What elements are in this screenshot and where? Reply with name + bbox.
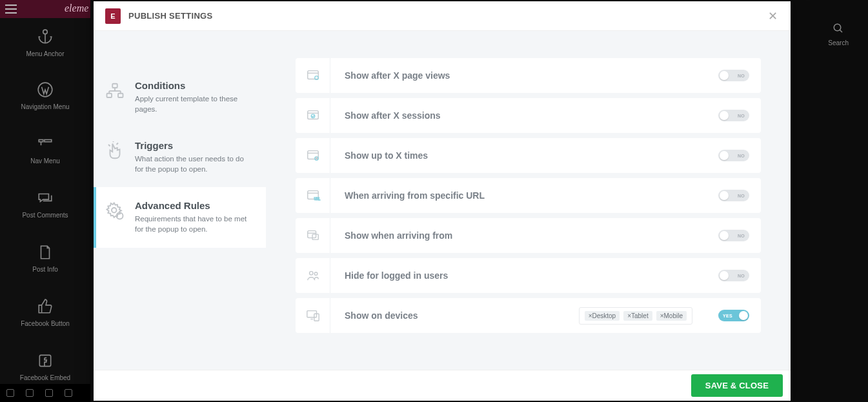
url-icon: URL	[296, 178, 330, 213]
tab-title: Advanced Rules	[135, 200, 254, 211]
preview-search[interactable]: Search	[828, 23, 849, 46]
rule-devices: Show on devices ×Desktop ×Tablet ×Mobile…	[296, 298, 761, 333]
device-tags[interactable]: ×Desktop ×Tablet ×Mobile	[579, 307, 692, 325]
svg-point-19	[112, 208, 117, 213]
svg-rect-9	[112, 84, 117, 88]
rule-label: Show after X sessions	[330, 110, 718, 121]
tab-desc: What action the user needs to do for the…	[135, 154, 254, 174]
navigator-icon[interactable]	[26, 389, 34, 397]
svg-point-30	[316, 157, 317, 159]
tab-desc: Requirements that have to be met for the…	[135, 214, 254, 234]
svg-rect-6	[39, 355, 50, 366]
svg-point-38	[314, 272, 318, 276]
modal-sidebar: Conditions Apply current template to the…	[94, 31, 266, 370]
modal-header: E PUBLISH SETTINGS ✕	[94, 1, 791, 31]
elementor-logo-icon: E	[105, 8, 121, 24]
svg-line-8	[840, 30, 842, 32]
svg-point-0	[43, 30, 48, 34]
rule-sessions: Show after X sessions NO	[296, 98, 761, 133]
rule-label: Hide for logged in users	[330, 270, 718, 281]
rule-logged-in: Hide for logged in users NO	[296, 258, 761, 293]
triggers-icon	[104, 140, 126, 162]
tab-title: Conditions	[135, 80, 254, 91]
widget-menu-anchor[interactable]: Menu Anchor	[5, 21, 86, 65]
file-icon	[37, 244, 54, 261]
svg-line-17	[117, 143, 119, 145]
save-close-button[interactable]: SAVE & CLOSE	[691, 374, 783, 397]
toggle-sessions[interactable]: NO	[718, 110, 749, 121]
rule-label: Show on devices	[330, 310, 579, 321]
widget-label: Post Comments	[22, 212, 68, 219]
svg-rect-3	[39, 140, 43, 142]
sessions-icon	[296, 98, 330, 133]
comments-icon	[37, 190, 54, 206]
svg-rect-27	[307, 151, 318, 159]
widget-post-info[interactable]: Post Info	[5, 236, 86, 281]
publish-settings-modal: E PUBLISH SETTINGS ✕ Conditions Apply cu…	[94, 1, 791, 401]
hamburger-icon[interactable]	[5, 5, 17, 14]
svg-line-16	[108, 145, 110, 146]
rule-arriving-from: Show when arriving from NO	[296, 218, 761, 253]
toggle-arriving-from[interactable]: NO	[718, 230, 749, 241]
tag-tablet[interactable]: ×Tablet	[623, 311, 652, 321]
devices-icon	[296, 298, 330, 333]
svg-rect-36	[312, 234, 318, 239]
anchor-icon	[37, 28, 54, 45]
responsive-icon[interactable]	[65, 389, 72, 397]
rule-page-views: Show after X page views NO	[296, 58, 761, 93]
widget-facebook-embed[interactable]: Facebook Embed	[5, 345, 86, 389]
widget-label: Facebook Button	[21, 320, 70, 327]
history-icon[interactable]	[45, 389, 53, 397]
widget-label: Navigation Menu	[21, 103, 69, 110]
search-icon	[833, 23, 844, 34]
editor-widget-panel: eleme Menu Anchor Navigation Menu Nav Me…	[0, 0, 90, 402]
toggle-times[interactable]: NO	[718, 150, 749, 161]
rule-label: Show after X page views	[330, 70, 718, 81]
tab-title: Triggers	[135, 140, 254, 151]
tab-desc: Apply current template to these pages.	[135, 94, 254, 114]
widget-nav-menu[interactable]: Nav Menu	[5, 128, 86, 172]
editor-bottom-bar	[0, 384, 90, 402]
widget-post-comments[interactable]: Post Comments	[5, 182, 86, 226]
svg-rect-10	[107, 94, 112, 97]
toggle-page-views[interactable]: NO	[718, 70, 749, 81]
widget-facebook-button[interactable]: Facebook Button	[5, 290, 86, 335]
widget-label: Nav Menu	[30, 157, 60, 165]
facebook-icon	[37, 352, 54, 369]
rules-list: Show after X page views NO Show after X …	[266, 31, 791, 370]
svg-point-37	[309, 272, 313, 276]
wordpress-icon	[37, 81, 54, 98]
widget-label: Post Info	[32, 266, 57, 273]
settings-icon[interactable]	[6, 389, 14, 397]
widget-navigation-menu[interactable]: Navigation Menu	[5, 74, 86, 118]
svg-point-7	[834, 24, 841, 31]
page-views-icon	[296, 58, 330, 93]
search-label: Search	[828, 39, 849, 46]
svg-text:URL: URL	[314, 197, 320, 201]
svg-rect-4	[45, 140, 52, 142]
toggle-logged-in[interactable]: NO	[718, 270, 749, 281]
tag-desktop[interactable]: ×Desktop	[585, 311, 620, 321]
thumbs-up-icon	[37, 298, 54, 315]
times-icon	[296, 138, 330, 173]
rule-label: Show up to X times	[330, 150, 718, 161]
conditions-icon	[104, 80, 126, 102]
toggle-devices[interactable]: YES	[718, 310, 749, 321]
rule-times: Show up to X times NO	[296, 138, 761, 173]
arriving-icon	[296, 218, 330, 253]
widget-label: Menu Anchor	[26, 50, 65, 57]
tab-conditions[interactable]: Conditions Apply current template to the…	[94, 67, 266, 127]
close-button[interactable]: ✕	[766, 10, 779, 23]
tag-mobile[interactable]: ×Mobile	[656, 311, 687, 321]
elementor-logo-text: eleme	[65, 3, 88, 14]
rule-url: URL When arriving from specific URL NO	[296, 178, 761, 213]
modal-footer: SAVE & CLOSE	[94, 370, 791, 401]
svg-rect-11	[118, 94, 123, 97]
tab-triggers[interactable]: Triggers What action the user needs to d…	[94, 127, 266, 187]
svg-rect-21	[307, 71, 318, 79]
modal-title: PUBLISH SETTINGS	[128, 11, 212, 21]
toggle-url[interactable]: NO	[718, 190, 749, 201]
nav-menu-icon	[37, 136, 54, 152]
tab-advanced-rules[interactable]: Advanced Rules Requirements that have to…	[94, 187, 266, 247]
widget-label: Facebook Embed	[20, 374, 70, 381]
